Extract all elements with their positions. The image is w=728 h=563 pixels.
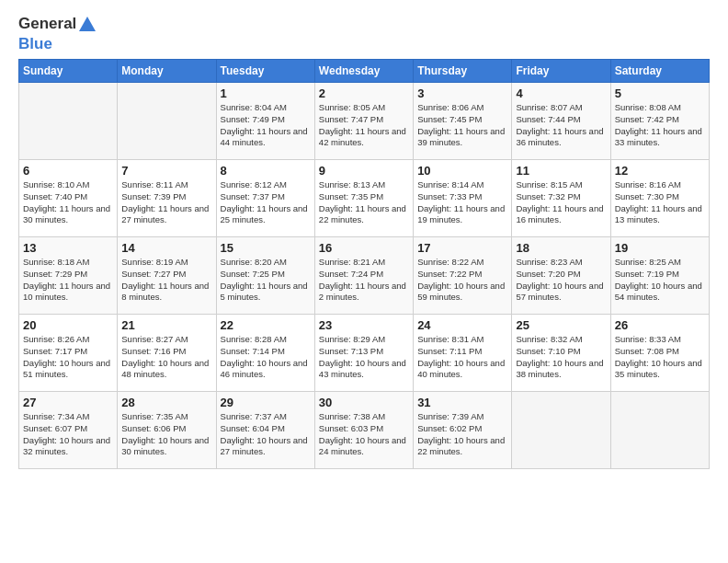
day-number: 21: [121, 318, 211, 332]
calendar-cell: 14Sunrise: 8:19 AM Sunset: 7:27 PM Dayli…: [118, 237, 216, 315]
cell-info: Sunrise: 8:19 AM Sunset: 7:27 PM Dayligh…: [121, 257, 211, 304]
cell-info: Sunrise: 8:20 AM Sunset: 7:25 PM Dayligh…: [221, 257, 311, 304]
calendar-cell: 20Sunrise: 8:26 AM Sunset: 7:17 PM Dayli…: [19, 315, 118, 392]
day-number: 5: [615, 86, 705, 100]
col-header-friday: Friday: [512, 60, 610, 83]
col-header-thursday: Thursday: [414, 60, 512, 83]
day-number: 16: [319, 241, 409, 255]
cell-info: Sunrise: 8:07 AM Sunset: 7:44 PM Dayligh…: [516, 102, 606, 149]
day-number: 10: [417, 164, 507, 178]
day-number: 24: [417, 318, 507, 332]
week-row-5: 27Sunrise: 7:34 AM Sunset: 6:07 PM Dayli…: [19, 392, 710, 469]
cell-info: Sunrise: 8:29 AM Sunset: 7:13 PM Dayligh…: [319, 334, 409, 381]
cell-info: Sunrise: 8:11 AM Sunset: 7:39 PM Dayligh…: [121, 179, 211, 226]
calendar-cell: 28Sunrise: 7:35 AM Sunset: 6:06 PM Dayli…: [118, 392, 216, 469]
calendar-cell: 6Sunrise: 8:10 AM Sunset: 7:40 PM Daylig…: [19, 160, 118, 237]
logo-general: General: [18, 15, 76, 32]
day-number: 1: [221, 86, 311, 100]
cell-info: Sunrise: 8:05 AM Sunset: 7:47 PM Dayligh…: [319, 102, 409, 149]
calendar-cell: 5Sunrise: 8:08 AM Sunset: 7:42 PM Daylig…: [610, 83, 709, 160]
logo: General Blue: [18, 15, 98, 53]
cell-info: Sunrise: 8:27 AM Sunset: 7:16 PM Dayligh…: [121, 334, 211, 381]
day-number: 17: [417, 241, 507, 255]
day-number: 31: [417, 396, 507, 409]
day-number: 30: [319, 396, 409, 409]
calendar-cell: 17Sunrise: 8:22 AM Sunset: 7:22 PM Dayli…: [414, 237, 512, 315]
logo-icon: [77, 15, 97, 35]
col-header-wednesday: Wednesday: [314, 60, 413, 83]
week-row-4: 20Sunrise: 8:26 AM Sunset: 7:17 PM Dayli…: [19, 315, 710, 392]
calendar-cell: 7Sunrise: 8:11 AM Sunset: 7:39 PM Daylig…: [118, 160, 216, 237]
cell-info: Sunrise: 7:39 AM Sunset: 6:02 PM Dayligh…: [417, 411, 507, 458]
day-number: 28: [121, 396, 211, 409]
cell-info: Sunrise: 8:16 AM Sunset: 7:30 PM Dayligh…: [615, 179, 705, 226]
day-number: 12: [615, 164, 705, 178]
week-row-1: 1Sunrise: 8:04 AM Sunset: 7:49 PM Daylig…: [19, 83, 710, 160]
calendar-cell: 26Sunrise: 8:33 AM Sunset: 7:08 PM Dayli…: [610, 315, 709, 392]
cell-info: Sunrise: 8:06 AM Sunset: 7:45 PM Dayligh…: [417, 102, 507, 149]
cell-info: Sunrise: 8:18 AM Sunset: 7:29 PM Dayligh…: [23, 257, 113, 304]
calendar-cell: 29Sunrise: 7:37 AM Sunset: 6:04 PM Dayli…: [216, 392, 314, 469]
cell-info: Sunrise: 8:14 AM Sunset: 7:33 PM Dayligh…: [417, 179, 507, 226]
cell-info: Sunrise: 8:08 AM Sunset: 7:42 PM Dayligh…: [615, 102, 705, 149]
calendar-cell: [512, 392, 610, 469]
day-number: 29: [221, 396, 311, 409]
cell-info: Sunrise: 7:37 AM Sunset: 6:04 PM Dayligh…: [221, 411, 311, 458]
svg-marker-0: [79, 17, 96, 31]
calendar-cell: 30Sunrise: 7:38 AM Sunset: 6:03 PM Dayli…: [314, 392, 413, 469]
page-header: General Blue: [18, 15, 710, 53]
day-number: 27: [23, 396, 113, 409]
calendar-cell: 2Sunrise: 8:05 AM Sunset: 7:47 PM Daylig…: [314, 83, 413, 160]
day-number: 11: [516, 164, 606, 178]
col-header-saturday: Saturday: [610, 60, 709, 83]
cell-info: Sunrise: 8:13 AM Sunset: 7:35 PM Dayligh…: [319, 179, 409, 226]
day-number: 6: [23, 164, 113, 178]
calendar-cell: [19, 83, 118, 160]
day-number: 4: [516, 86, 606, 100]
cell-info: Sunrise: 7:38 AM Sunset: 6:03 PM Dayligh…: [319, 411, 409, 458]
calendar-cell: 10Sunrise: 8:14 AM Sunset: 7:33 PM Dayli…: [414, 160, 512, 237]
calendar-cell: 9Sunrise: 8:13 AM Sunset: 7:35 PM Daylig…: [314, 160, 413, 237]
calendar-cell: 24Sunrise: 8:31 AM Sunset: 7:11 PM Dayli…: [414, 315, 512, 392]
cell-info: Sunrise: 7:35 AM Sunset: 6:06 PM Dayligh…: [121, 411, 211, 458]
calendar-cell: 3Sunrise: 8:06 AM Sunset: 7:45 PM Daylig…: [414, 83, 512, 160]
week-row-3: 13Sunrise: 8:18 AM Sunset: 7:29 PM Dayli…: [19, 237, 710, 315]
calendar-cell: [610, 392, 709, 469]
day-number: 3: [417, 86, 507, 100]
cell-info: Sunrise: 8:10 AM Sunset: 7:40 PM Dayligh…: [23, 179, 113, 226]
calendar-cell: 1Sunrise: 8:04 AM Sunset: 7:49 PM Daylig…: [216, 83, 314, 160]
day-number: 2: [319, 86, 409, 100]
calendar-cell: 11Sunrise: 8:15 AM Sunset: 7:32 PM Dayli…: [512, 160, 610, 237]
cell-info: Sunrise: 8:26 AM Sunset: 7:17 PM Dayligh…: [23, 334, 113, 381]
day-number: 15: [221, 241, 311, 255]
calendar-cell: [118, 83, 216, 160]
col-header-monday: Monday: [118, 60, 216, 83]
calendar-cell: 22Sunrise: 8:28 AM Sunset: 7:14 PM Dayli…: [216, 315, 314, 392]
cell-info: Sunrise: 8:04 AM Sunset: 7:49 PM Dayligh…: [221, 102, 311, 149]
calendar-cell: 23Sunrise: 8:29 AM Sunset: 7:13 PM Dayli…: [314, 315, 413, 392]
cell-info: Sunrise: 8:32 AM Sunset: 7:10 PM Dayligh…: [516, 334, 606, 381]
calendar-cell: 21Sunrise: 8:27 AM Sunset: 7:16 PM Dayli…: [118, 315, 216, 392]
day-number: 19: [615, 241, 705, 255]
calendar-cell: 19Sunrise: 8:25 AM Sunset: 7:19 PM Dayli…: [610, 237, 709, 315]
calendar-cell: 25Sunrise: 8:32 AM Sunset: 7:10 PM Dayli…: [512, 315, 610, 392]
day-number: 20: [23, 318, 113, 332]
calendar-cell: 27Sunrise: 7:34 AM Sunset: 6:07 PM Dayli…: [19, 392, 118, 469]
col-header-tuesday: Tuesday: [216, 60, 314, 83]
day-number: 9: [319, 164, 409, 178]
day-number: 22: [221, 318, 311, 332]
calendar-cell: 8Sunrise: 8:12 AM Sunset: 7:37 PM Daylig…: [216, 160, 314, 237]
cell-info: Sunrise: 8:33 AM Sunset: 7:08 PM Dayligh…: [615, 334, 705, 381]
cell-info: Sunrise: 8:12 AM Sunset: 7:37 PM Dayligh…: [221, 179, 311, 226]
day-number: 25: [516, 318, 606, 332]
day-number: 18: [516, 241, 606, 255]
calendar-cell: 16Sunrise: 8:21 AM Sunset: 7:24 PM Dayli…: [314, 237, 413, 315]
cell-info: Sunrise: 8:21 AM Sunset: 7:24 PM Dayligh…: [319, 257, 409, 304]
calendar-cell: 18Sunrise: 8:23 AM Sunset: 7:20 PM Dayli…: [512, 237, 610, 315]
header-row: SundayMondayTuesdayWednesdayThursdayFrid…: [19, 60, 710, 83]
day-number: 26: [615, 318, 705, 332]
day-number: 14: [121, 241, 211, 255]
week-row-2: 6Sunrise: 8:10 AM Sunset: 7:40 PM Daylig…: [19, 160, 710, 237]
logo-blue: Blue: [18, 35, 52, 52]
calendar-cell: 31Sunrise: 7:39 AM Sunset: 6:02 PM Dayli…: [414, 392, 512, 469]
